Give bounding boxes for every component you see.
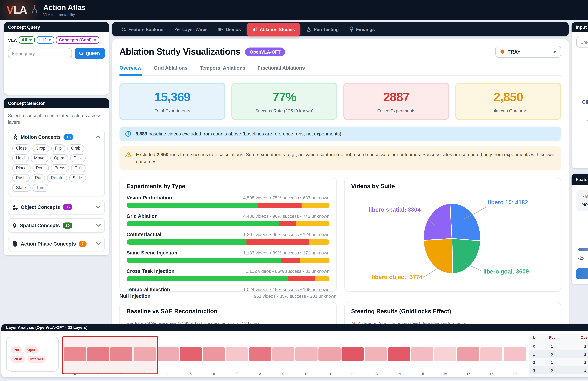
heatmap-cell-layer-3[interactable] <box>133 347 155 361</box>
concept-selector-header: Concept Selector <box>4 98 109 108</box>
layer-concept-chip[interactable]: Push <box>11 355 25 362</box>
concept-group-header[interactable]: Motion Concepts18 <box>12 134 101 140</box>
experiment-row-header: Vision Perturbation4,598 videos • 75% su… <box>126 194 330 200</box>
heatmap-cell-layer-2[interactable] <box>110 347 132 361</box>
concept-group-header[interactable]: Object Concepts35 <box>12 204 101 210</box>
slider-track-negative[interactable] <box>578 248 588 251</box>
concept-chip-place[interactable]: Place <box>12 164 30 172</box>
nav-tab-layer-wires[interactable]: Layer Wires <box>170 24 212 34</box>
concept-group-object-concepts[interactable]: Object Concepts35 <box>8 200 105 214</box>
vla-logo: VLA <box>7 3 27 16</box>
view-tabs: OverviewGrid AblationsTemporal Ablations… <box>120 65 561 76</box>
chevron-down-icon[interactable] <box>96 242 101 245</box>
query-button-label: QUERY <box>86 51 101 56</box>
heatmap-cell-layer-8[interactable] <box>249 347 271 361</box>
steering-slider[interactable] <box>578 246 588 253</box>
chevron-down-icon[interactable] <box>96 206 101 208</box>
heatmap-cell-layer-12[interactable] <box>342 347 364 361</box>
nav-tab-demos[interactable]: Demos <box>214 24 245 34</box>
concept-chip-turn[interactable]: Turn <box>32 184 48 192</box>
heatmap-cell-layer-6[interactable] <box>203 347 225 361</box>
nav-tab-pen-testing[interactable]: Pen Testing <box>302 24 343 34</box>
selected-feature-box: Selected Feature No description availabl… <box>576 190 588 211</box>
concept-chip-stack[interactable]: Stack <box>12 184 30 192</box>
concept-selector-panel: Concept Selector Select a concept to see… <box>4 98 109 255</box>
experiment-name: Temporal Injection <box>126 286 170 291</box>
concept-chip-drop[interactable]: Drop <box>32 144 49 152</box>
concept-chip-rotate[interactable]: Rotate <box>47 174 67 182</box>
nav-tab-findings[interactable]: Findings <box>345 24 379 34</box>
concept-chip-close[interactable]: Close <box>12 144 31 152</box>
query-input[interactable] <box>8 48 72 58</box>
pie-label-leader-line <box>424 267 439 276</box>
heatmap-cell-layer-15[interactable] <box>411 347 433 361</box>
chevron-down-icon[interactable] <box>96 224 101 227</box>
layer-concept-chip[interactable]: Interact <box>27 355 46 362</box>
empty-state-subtitle: Then enter a prompt above to see token a… <box>582 119 588 133</box>
heatmap-cell-layer-4[interactable] <box>157 347 179 361</box>
concept-chip-open[interactable]: Open <box>50 154 68 162</box>
heatmap-cell-layer-10[interactable] <box>295 347 317 361</box>
left-sidebar: Concept Query VLA AllL12Concepts (Goal) … <box>4 22 109 255</box>
concept-group-spatial-concepts[interactable]: Spatial Concepts20 <box>8 218 105 233</box>
tab-fractional-ablations[interactable]: Fractional Ablations <box>257 65 305 75</box>
layer-concept-chip[interactable]: Put <box>11 346 22 353</box>
experiment-name: Counterfactual <box>126 231 161 237</box>
layer-concept-chip[interactable]: Open <box>24 346 39 353</box>
heatmap-cell-layer-19[interactable] <box>504 347 526 361</box>
heatmap-cell-layer-18[interactable] <box>481 347 503 361</box>
concept-group-action-phase-concepts[interactable]: Action Phase Concepts7 <box>8 236 105 251</box>
nav-tab-feature-explorer[interactable]: Feature Explorer <box>117 24 168 34</box>
stat-label: Unknown Outcome <box>459 108 557 113</box>
heatmap-cell-layer-7[interactable] <box>226 347 248 361</box>
filter-select-l12[interactable]: L12 <box>37 36 54 44</box>
concept-chip-pull[interactable]: Pull <box>71 164 85 172</box>
chevron-up-icon[interactable] <box>96 135 101 138</box>
baseline-card-title: Baseline vs SAE Reconstruction <box>126 308 330 315</box>
concept-chip-pick[interactable]: Pick <box>70 154 85 162</box>
bar-segment-unknown <box>301 203 330 208</box>
heatmap-cell-layer-17[interactable] <box>457 347 480 361</box>
layer-heatmap <box>64 347 526 361</box>
stat-label: Total Experiments <box>123 108 222 113</box>
filter-select-concepts-goal-[interactable]: Concepts (Goal) <box>56 36 99 44</box>
query-button[interactable]: QUERY <box>75 48 105 59</box>
heatmap-cell-layer-13[interactable] <box>365 347 387 361</box>
bar-segment-fail <box>279 221 296 226</box>
heatmap-cell-layer-14[interactable] <box>388 347 410 361</box>
apply-steering-button[interactable]: APPLY STEERING <box>576 268 588 279</box>
empty-state-title: Click on a feature in the scatter plot t… <box>582 98 588 114</box>
concept-chip-put[interactable]: Put <box>31 174 45 182</box>
heatmap-cell-layer-16[interactable] <box>434 347 456 361</box>
tab-temporal-ablations[interactable]: Temporal Ablations <box>200 65 245 75</box>
concept-chip-hold[interactable]: Hold <box>12 154 28 162</box>
concept-group-header[interactable]: Action Phase Concepts7 <box>12 241 101 247</box>
concept-chip-grab[interactable]: Grab <box>67 144 84 152</box>
concept-selector-description: Select a concept to see related features… <box>8 112 105 126</box>
pie-slice-0[interactable] <box>450 203 480 241</box>
concept-chip-flip[interactable]: Flip <box>51 144 65 152</box>
heatmap-cell-layer-1[interactable] <box>87 347 109 361</box>
concept-chips: CloseDropFlipGrabHoldMoveOpenPickPlacePo… <box>12 144 101 192</box>
lightbulb-icon <box>349 26 354 32</box>
pie-slice-3[interactable] <box>423 203 452 240</box>
concept-group-motion-concepts[interactable]: Motion Concepts18CloseDropFlipGrabHoldMo… <box>8 129 105 196</box>
heatmap-cell-layer-5[interactable] <box>180 347 202 361</box>
concept-chip-slide[interactable]: Slide <box>69 174 86 182</box>
concept-chip-move[interactable]: Move <box>30 154 48 162</box>
concept-chip-pour[interactable]: Pour <box>32 164 49 172</box>
concept-chip-push[interactable]: Push <box>12 174 29 182</box>
filter-select-value: L12 <box>39 38 46 42</box>
concept-chip-press[interactable]: Press <box>51 164 69 172</box>
prompt-input[interactable] <box>576 37 588 47</box>
layer-table-cell: 3 <box>529 366 539 374</box>
filter-select-all[interactable]: All <box>19 36 35 44</box>
concept-group-header[interactable]: Spatial Concepts20 <box>12 222 101 228</box>
tab-grid-ablations[interactable]: Grid Ablations <box>154 65 188 75</box>
heatmap-cell-layer-9[interactable] <box>272 347 294 361</box>
suite-selector[interactable]: TRAY <box>495 46 561 58</box>
heatmap-cell-layer-0[interactable] <box>64 347 86 361</box>
heatmap-cell-layer-11[interactable] <box>318 347 340 361</box>
nav-tab-ablation-studies[interactable]: Ablation Studies <box>247 22 300 36</box>
tab-overview[interactable]: Overview <box>120 65 142 76</box>
